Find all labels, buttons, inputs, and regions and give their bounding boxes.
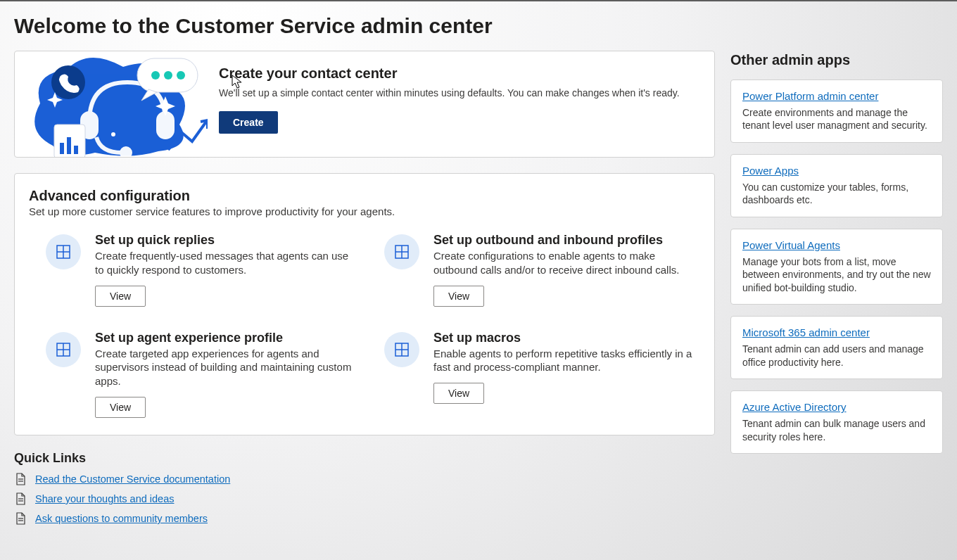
view-button[interactable]: View <box>95 286 146 307</box>
svg-rect-11 <box>67 137 71 154</box>
grid-icon <box>46 234 81 269</box>
grid-icon <box>384 332 419 367</box>
view-button[interactable]: View <box>433 383 484 404</box>
view-button[interactable]: View <box>95 397 146 418</box>
main-layout: Create your contact center We'll set up … <box>14 51 943 532</box>
app-card-m365: Microsoft 365 admin center Tenant admin … <box>730 316 943 379</box>
grid-icon <box>384 234 419 269</box>
advanced-config-card: Advanced configuration Set up more custo… <box>14 173 715 435</box>
adv-item-desc: Create frequently-used messages that age… <box>95 249 356 277</box>
app-link[interactable]: Power Virtual Agents <box>742 239 840 251</box>
quick-link-community[interactable]: Ask questions to community members <box>35 513 208 524</box>
left-column: Create your contact center We'll set up … <box>14 51 715 532</box>
hero-illustration <box>15 51 203 157</box>
page-title: Welcome to the Customer Service admin ce… <box>14 14 943 38</box>
adv-item-title: Set up macros <box>433 331 695 345</box>
svg-point-7 <box>177 71 185 79</box>
quick-link-row: Share your thoughts and ideas <box>14 492 715 505</box>
app-desc: Tenant admin can add users and manage of… <box>742 343 931 369</box>
adv-item-title: Set up outbound and inbound profiles <box>433 233 695 248</box>
adv-item-quick-replies: Set up quick replies Create frequently-u… <box>46 233 356 307</box>
svg-rect-10 <box>60 143 64 154</box>
quick-links-title: Quick Links <box>14 451 715 466</box>
svg-rect-12 <box>74 146 78 154</box>
hero-description: We'll set up a simple contact center wit… <box>219 87 697 98</box>
grid-icon <box>46 332 81 367</box>
app-link[interactable]: Power Platform admin center <box>742 90 878 102</box>
app-link[interactable]: Microsoft 365 admin center <box>742 326 870 338</box>
app-desc: Create environments and manage the tenan… <box>742 106 931 132</box>
hero-body: Create your contact center We'll set up … <box>203 51 714 157</box>
adv-item-desc: Enable agents to perform repetitive task… <box>433 347 695 375</box>
adv-item-title: Set up quick replies <box>95 233 356 248</box>
app-link[interactable]: Azure Active Directory <box>742 401 847 413</box>
adv-item-desc: Create targeted app experiences for agen… <box>95 347 356 388</box>
adv-item-title: Set up agent experience profile <box>95 331 356 345</box>
svg-point-5 <box>151 71 160 79</box>
app-desc: Manage your bots from a list, move betwe… <box>742 255 931 294</box>
hero-card: Create your contact center We'll set up … <box>14 51 715 158</box>
app-desc: Tenant admin can bulk manage users and s… <box>742 417 931 443</box>
adv-item-macros: Set up macros Enable agents to perform r… <box>384 331 695 418</box>
document-icon <box>14 492 27 505</box>
adv-item-agent-experience: Set up agent experience profile Create t… <box>46 331 356 418</box>
adv-item-profiles: Set up outbound and inbound profiles Cre… <box>384 233 695 307</box>
adv-item-desc: Create configurations to enable agents t… <box>433 249 695 277</box>
quick-links: Quick Links Read the Customer Service do… <box>14 451 715 532</box>
right-column: Other admin apps Power Platform admin ce… <box>730 51 943 532</box>
document-icon <box>14 512 27 525</box>
app-card-power-platform: Power Platform admin center Create envir… <box>730 79 943 143</box>
svg-point-6 <box>164 71 172 79</box>
advanced-title: Advanced configuration <box>29 188 695 204</box>
document-icon <box>14 473 27 485</box>
create-button[interactable]: Create <box>219 111 278 134</box>
quick-link-docs[interactable]: Read the Customer Service documentation <box>35 473 230 485</box>
app-desc: You can customize your tables, forms, da… <box>742 181 931 207</box>
view-button[interactable]: View <box>433 286 484 307</box>
svg-rect-1 <box>158 113 172 137</box>
app-card-power-virtual-agents: Power Virtual Agents Manage your bots fr… <box>730 229 943 305</box>
quick-link-feedback[interactable]: Share your thoughts and ideas <box>35 493 175 504</box>
quick-link-row: Ask questions to community members <box>14 512 715 525</box>
advanced-grid: Set up quick replies Create frequently-u… <box>29 233 695 418</box>
svg-point-2 <box>122 148 130 157</box>
app-link[interactable]: Power Apps <box>742 165 799 177</box>
contact-center-illustration-icon <box>25 54 208 158</box>
app-card-aad: Azure Active Directory Tenant admin can … <box>730 390 943 454</box>
other-apps-title: Other admin apps <box>730 52 943 68</box>
advanced-subtitle: Set up more customer service features to… <box>29 205 695 217</box>
hero-title: Create your contact center <box>219 65 697 82</box>
app-card-power-apps: Power Apps You can customize your tables… <box>730 154 943 217</box>
svg-point-8 <box>111 132 115 136</box>
quick-link-row: Read the Customer Service documentation <box>14 473 715 485</box>
